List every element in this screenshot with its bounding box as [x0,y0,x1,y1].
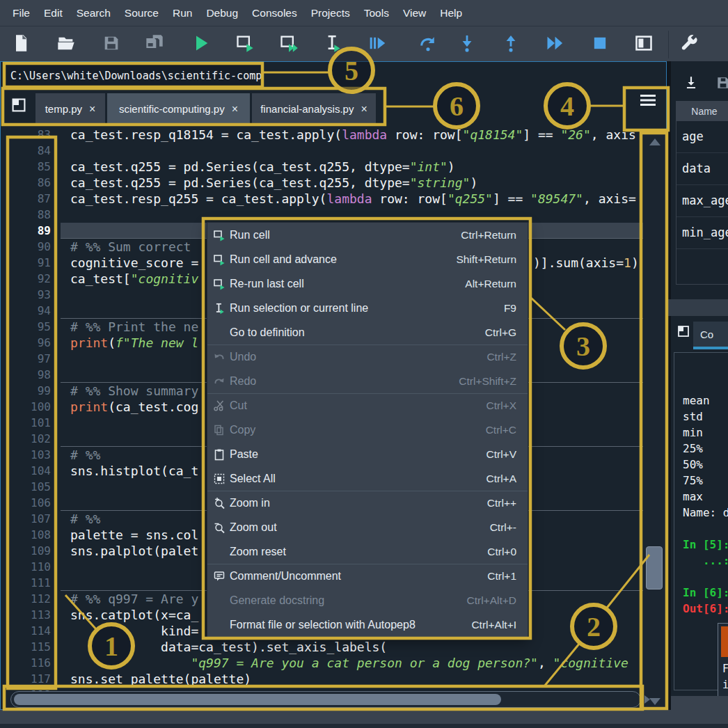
line-number[interactable]: 113 [31,607,51,623]
code-line-tail[interactable]: )].sum(axis=1) [533,255,639,271]
menubar-item-edit[interactable]: Edit [37,0,70,26]
line-number[interactable]: 93 [38,287,51,303]
menu-item-re-run-last-cell[interactable]: Re-run last cellAlt+Return [207,271,528,296]
line-number[interactable]: 92 [38,271,51,287]
code-line[interactable]: cognitive_score = [70,255,206,271]
vertical-scrollbar-thumb[interactable] [646,546,663,589]
line-number[interactable]: 102 [31,431,51,447]
panel-options-hamburger-icon[interactable] [639,91,657,109]
step-over-icon[interactable] [418,33,438,53]
line-number[interactable]: 84 [38,143,51,159]
line-number[interactable]: 97 [38,351,51,367]
save-data-icon[interactable] [715,75,728,90]
line-number[interactable]: 112 [31,591,51,607]
code-line[interactable]: ca_test.resp_q18154 = ca_test.apply(lamb… [70,127,636,143]
maximize-pane-icon[interactable] [634,33,654,53]
menu-item-redo[interactable]: RedoCtrl+Shift+Z [207,369,528,393]
menu-item-undo[interactable]: UndoCtrl+Z [207,345,528,369]
menu-item-select-all[interactable]: Select AllCtrl+A [207,466,528,491]
menubar-item-tools[interactable]: Tools [357,0,396,26]
menu-item-zoom-reset[interactable]: Zoom resetCtrl+0 [207,539,528,564]
line-number[interactable]: 85 [38,159,51,175]
step-return-icon[interactable] [501,33,521,53]
vertical-scrollbar[interactable] [644,134,665,709]
open-file-icon[interactable] [56,33,76,53]
line-number[interactable]: 117 [31,671,51,687]
code-line[interactable]: sns.palplot(palet [70,543,198,559]
browse-tabs-icon[interactable] [10,97,27,113]
code-line[interactable]: # %% [70,447,100,463]
line-number[interactable]: 114 [31,623,51,639]
undock-pane-icon[interactable] [676,324,690,338]
menu-item-cut[interactable]: CutCtrl+X [207,393,528,418]
scroll-up-arrow-icon[interactable] [649,139,660,145]
line-number[interactable]: 116 [31,655,51,671]
menubar-item-view[interactable]: View [396,0,433,26]
code-line[interactable]: # %% q997 = Are y [70,591,198,607]
code-line[interactable]: sns.set_palette(palette) [70,671,251,687]
console-output-area[interactable]: meanstdmin25%50%75%maxName: dIn [5]: ...… [674,352,728,690]
variable-row-age[interactable]: age [676,121,728,153]
menu-item-run-selection-or-current-line[interactable]: Run selection or current lineF9 [207,296,528,320]
run-cell-advance-icon[interactable] [279,33,299,53]
tab-close-icon[interactable]: × [361,103,367,116]
new-file-icon[interactable] [11,33,31,53]
tab-temp-py[interactable]: temp.py× [35,93,105,125]
line-number[interactable]: 104 [31,463,51,479]
line-number[interactable]: 89 [38,223,51,239]
stop-icon[interactable] [590,33,610,53]
code-line[interactable]: "q997 = Are you a cat person or a dog pe… [70,655,628,671]
code-line[interactable]: # %% [70,511,100,527]
code-line[interactable]: data=ca_test).set_axis_labels( [70,639,387,655]
line-number[interactable]: 91 [38,255,51,271]
line-number-gutter[interactable]: 8384858687888990919293949596979899100101… [1,125,61,693]
line-number[interactable]: 100 [31,399,51,415]
console-tab[interactable]: Co [693,322,728,348]
save-all-icon[interactable] [145,33,164,53]
line-number[interactable]: 90 [38,239,51,255]
step-into-icon[interactable] [457,33,477,53]
code-line[interactable]: # %% Print the ne [70,319,198,335]
variable-row-min_age[interactable]: min_age [676,217,728,249]
line-number[interactable]: 88 [38,207,51,223]
menubar-item-run[interactable]: Run [166,0,199,26]
code-line[interactable]: ca_test["cognitiv [70,271,198,287]
line-number[interactable]: 107 [31,511,51,527]
menubar-item-projects[interactable]: Projects [304,0,357,26]
code-line[interactable]: palette = sns.col [70,527,198,543]
code-line[interactable]: # %% Sum correct [70,239,198,255]
menu-item-paste[interactable]: PasteCtrl+V [207,442,528,466]
tab-close-icon[interactable]: × [232,103,238,116]
menubar-item-help[interactable]: Help [433,0,469,26]
line-number[interactable]: 109 [31,543,51,559]
tab-scientific-computing-py[interactable]: scientific-computing.py× [107,93,250,125]
run-icon[interactable] [191,33,211,53]
menu-item-copy[interactable]: CopyCtrl+C [207,418,528,442]
menu-item-zoom-in[interactable]: Zoom inCtrl++ [207,491,528,515]
tab-financial-analysis-py[interactable]: financial-analysis.py× [252,93,376,125]
debug-file-icon[interactable] [367,33,386,53]
menu-item-zoom-out[interactable]: Zoom outCtrl+- [207,515,528,539]
tab-close-icon[interactable]: × [89,103,95,116]
menu-item-run-cell[interactable]: Run cellCtrl+Return [207,223,528,247]
menubar-item-debug[interactable]: Debug [199,0,245,26]
menubar-item-search[interactable]: Search [70,0,118,26]
line-number[interactable]: 94 [38,303,51,319]
line-number[interactable]: 96 [38,335,51,351]
line-number[interactable]: 98 [38,367,51,383]
save-icon[interactable] [102,33,121,53]
code-line[interactable]: sns.catplot(x=ca_ [70,607,198,623]
code-line[interactable]: kind= [70,623,198,639]
menu-item-generate-docstring[interactable]: Generate docstringCtrl+Alt+D [207,588,528,612]
line-number[interactable]: 110 [31,559,51,575]
code-line[interactable]: ca_test.resp_q255 = ca_test.apply(lambda… [70,191,636,207]
line-number[interactable]: 87 [38,191,51,207]
menubar-item-file[interactable]: File [6,0,37,26]
continue-icon[interactable] [545,33,564,53]
line-number[interactable]: 86 [38,175,51,191]
menu-item-go-to-definition[interactable]: Go to definitionCtrl+G [207,320,528,345]
line-number[interactable]: 99 [38,383,51,399]
line-number[interactable]: 108 [31,527,51,543]
code-line[interactable]: # %% Show summary [70,383,198,399]
run-selection-icon[interactable] [323,33,342,53]
